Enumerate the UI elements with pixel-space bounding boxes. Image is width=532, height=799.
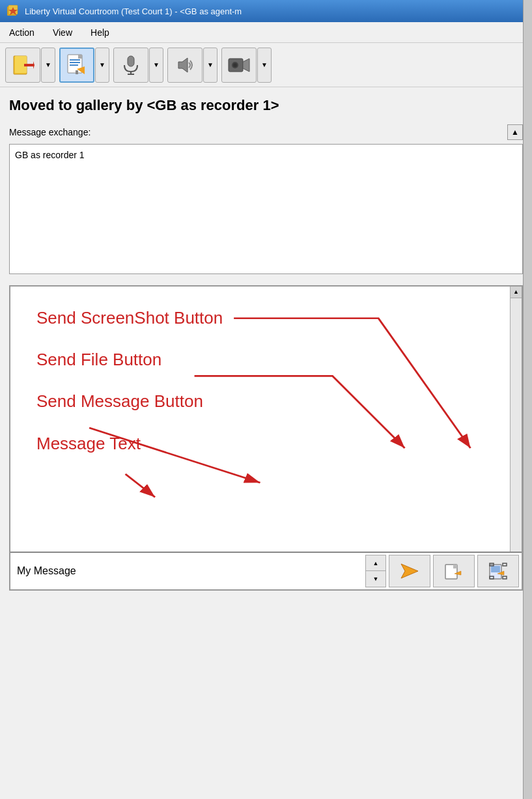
input-scroll-down[interactable]: ▼: [365, 571, 386, 587]
right-scrollbar-strip: [523, 0, 532, 799]
doc-button-group: ▼: [59, 48, 109, 83]
message-exchange-header: Message exchange: ▲: [9, 124, 523, 140]
exit-button-group: ▼: [5, 48, 55, 83]
menu-view[interactable]: View: [49, 26, 76, 39]
message-label: Send Message Button: [36, 389, 490, 413]
title-text: Liberty Virtual Courtroom (Test Court 1)…: [25, 7, 242, 16]
participants-textarea[interactable]: [9, 144, 523, 274]
input-scroll-group: ▲ ▼: [365, 555, 386, 587]
toolbar: ▼ ▼ ▼: [0, 43, 532, 87]
svg-rect-32: [503, 563, 507, 566]
speaker-dropdown-arrow[interactable]: ▼: [203, 48, 217, 83]
svg-marker-25: [453, 565, 457, 568]
svg-marker-19: [243, 59, 249, 72]
scroll-up-button[interactable]: ▲: [511, 287, 522, 298]
svg-rect-13: [76, 70, 78, 74]
bottom-bar: ▲ ▼: [10, 552, 522, 589]
camera-button[interactable]: [221, 48, 257, 83]
mic-dropdown-arrow[interactable]: ▼: [149, 48, 163, 83]
svg-marker-23: [401, 564, 418, 578]
svg-rect-6: [24, 64, 33, 66]
annotation-panel: ▲ Send ScreenShot Button Send File Butto…: [9, 285, 523, 591]
document-button[interactable]: [59, 48, 94, 83]
text-label: Message Text: [36, 432, 490, 455]
menu-bar: Action View Help: [0, 22, 532, 43]
microphone-button[interactable]: [113, 48, 148, 83]
svg-rect-34: [503, 576, 507, 579]
svg-rect-14: [128, 56, 134, 66]
title-bar: Liberty Virtual Courtroom (Test Court 1)…: [0, 0, 532, 22]
exit-dropdown-arrow[interactable]: ▼: [41, 48, 55, 83]
speaker-button[interactable]: [167, 48, 203, 83]
exit-button[interactable]: [5, 48, 40, 83]
speaker-button-group: ▼: [167, 48, 217, 83]
message-exchange-label: Message exchange:: [9, 127, 91, 137]
send-message-button[interactable]: [389, 555, 430, 587]
doc-dropdown-arrow[interactable]: ▼: [95, 48, 109, 83]
send-file-button[interactable]: [433, 555, 475, 587]
annotation-content: Send ScreenShot Button Send File Button …: [10, 287, 510, 552]
svg-rect-29: [491, 566, 500, 572]
camera-dropdown-arrow[interactable]: ▼: [257, 48, 272, 83]
input-scroll-up[interactable]: ▲: [365, 555, 386, 571]
app-icon: [7, 5, 20, 18]
menu-action[interactable]: Action: [5, 26, 38, 39]
file-label: Send File Button: [36, 348, 490, 371]
mic-button-group: ▼: [113, 48, 163, 83]
status-heading: Moved to gallery by <GB as recorder 1>: [9, 96, 523, 115]
collapse-button[interactable]: ▲: [507, 124, 523, 140]
send-screenshot-button[interactable]: [477, 555, 519, 587]
camera-button-group: ▼: [221, 48, 272, 83]
svg-marker-8: [78, 55, 82, 59]
message-input[interactable]: [13, 563, 363, 580]
screenshot-label: Send ScreenShot Button: [36, 306, 490, 329]
annotation-scrollbar: ▲: [510, 287, 522, 590]
svg-point-21: [233, 63, 237, 67]
menu-help[interactable]: Help: [87, 26, 113, 39]
main-content: Moved to gallery by <GB as recorder 1> M…: [0, 87, 532, 591]
svg-marker-17: [178, 58, 188, 72]
